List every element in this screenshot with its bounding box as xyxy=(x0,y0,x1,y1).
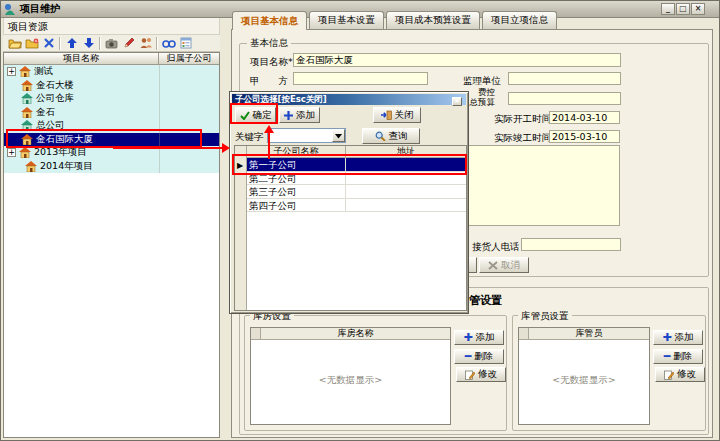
column-header-project-name[interactable]: 项目名称 xyxy=(4,53,159,64)
house-icon xyxy=(25,161,37,172)
project-name-label: 项目名称* xyxy=(250,56,293,69)
tab-project-basic-info[interactable]: 项目基本信息 xyxy=(232,11,307,30)
cancel-button[interactable]: 取消 xyxy=(479,257,529,273)
dialog-title: 子公司选择[按Esc关闭] xyxy=(235,94,327,104)
magnifier-icon xyxy=(375,131,386,141)
receiver-phone-input[interactable] xyxy=(521,238,621,251)
tree-item-jinshiguojidasha-selected[interactable]: 金石国际大厦 xyxy=(4,133,219,147)
party-a-input[interactable] xyxy=(293,72,428,85)
keeper-delete-button[interactable]: ━删除 xyxy=(653,349,703,364)
tree-item-jinshi[interactable]: 金石 xyxy=(4,106,219,120)
actual-end-label: 实际竣工时间 xyxy=(494,132,551,145)
keeper-empty-text: <无数据显示> xyxy=(519,374,649,387)
house-icon xyxy=(21,134,33,145)
subsidiary-select-dialog: 子公司选择[按Esc关闭] × 确定 添加 关闭 关键字 查询 xyxy=(229,91,469,314)
minimize-button[interactable]: _ xyxy=(661,3,675,15)
keeper-grid-header[interactable]: 库管员 xyxy=(529,328,649,339)
actual-end-input[interactable]: 2015-03-10 xyxy=(549,130,620,143)
window-title: 项目维护 xyxy=(20,2,60,16)
tree-item-2013-projects[interactable]: + 2013年项目 xyxy=(4,146,219,160)
warehouse-grid-header[interactable]: 库房名称 xyxy=(261,328,450,339)
app-window: 项目维护 _ □ × 项目资源 项目名称 归属子公司 + 测试 xyxy=(0,0,720,441)
close-button[interactable]: × xyxy=(691,3,705,15)
subsidiary-grid: 子公司名称 地址 ▶ 第一子公司 第二子公司 第三子公司 第四子公司 xyxy=(234,145,467,311)
tree-toolbar xyxy=(3,35,220,52)
tab-strip: 项目基本信息 项目基本设置 项目成本预算设置 项目立项信息 xyxy=(232,11,557,30)
keyword-label: 关键字 xyxy=(235,131,264,144)
warehouse-grid[interactable]: 库房名称 <无数据显示> xyxy=(250,327,451,425)
report-icon[interactable] xyxy=(177,36,194,51)
warehouse-delete-button[interactable]: ━删除 xyxy=(454,349,504,364)
toolbar-separator xyxy=(99,37,101,50)
tree-item-2014-projects[interactable]: 2014年项目 xyxy=(4,160,219,174)
expand-icon[interactable]: + xyxy=(7,148,16,157)
camera-icon[interactable] xyxy=(103,36,120,51)
warehouse-modify-button[interactable]: 修改 xyxy=(456,367,506,382)
warehouse-icon xyxy=(21,93,33,104)
column-header-address[interactable]: 地址 xyxy=(346,146,466,157)
subsidiary-row-2[interactable]: 第二子公司 xyxy=(247,172,466,186)
toolbar-separator xyxy=(59,37,61,50)
keeper-add-button[interactable]: ✚添加 xyxy=(653,330,703,345)
dialog-close-button[interactable]: 关闭 xyxy=(373,107,421,123)
tab-project-cost-budget-settings[interactable]: 项目成本预算设置 xyxy=(386,11,480,29)
check-icon xyxy=(240,111,250,120)
modify-icon xyxy=(664,370,674,380)
exit-door-icon xyxy=(381,110,392,120)
current-row-marker: ▶ xyxy=(237,161,243,170)
dialog-ok-button[interactable]: 确定 xyxy=(235,107,276,123)
column-header-subsidiary-name[interactable]: 子公司名称 xyxy=(247,146,346,157)
party-a-label: 甲 方 xyxy=(250,75,288,88)
toolbar-separator xyxy=(156,37,158,50)
tab-project-basic-settings[interactable]: 项目基本设置 xyxy=(309,11,384,29)
tree-item-ceshi[interactable]: + 测试 xyxy=(4,65,219,79)
maximize-button[interactable]: □ xyxy=(676,3,690,15)
expand-icon[interactable]: + xyxy=(7,67,16,76)
pen-icon[interactable] xyxy=(120,36,137,51)
keeper-grid[interactable]: 库管员 <无数据显示> xyxy=(518,327,650,425)
subsidiary-row-1[interactable]: 第一子公司 xyxy=(247,158,466,172)
budget-input[interactable] xyxy=(508,92,621,105)
modify-icon xyxy=(465,370,475,380)
dialog-add-button[interactable]: 添加 xyxy=(279,107,320,123)
keeper-modify-button[interactable]: 修改 xyxy=(655,367,705,382)
move-down-icon[interactable] xyxy=(80,36,97,51)
actual-start-input[interactable]: 2014-03-10 xyxy=(549,111,620,124)
subsidiary-row-3[interactable]: 第三子公司 xyxy=(247,185,466,199)
tree-item-gongsicangku[interactable]: 公司仓库 xyxy=(4,92,219,106)
dialog-close-icon[interactable]: × xyxy=(452,97,462,106)
warehouse-icon xyxy=(21,120,33,131)
keyword-combobox[interactable] xyxy=(267,128,346,143)
keeper-legend: 库管员设置 xyxy=(518,310,572,323)
open-folder-icon[interactable] xyxy=(6,36,23,51)
tree-header-row: 项目名称 归属子公司 xyxy=(4,53,219,65)
app-icon xyxy=(4,3,16,15)
chevron-down-icon[interactable] xyxy=(332,129,345,142)
row-marker-header xyxy=(519,328,529,339)
project-name-input[interactable]: 金石国际大厦 xyxy=(293,53,621,67)
delete-icon[interactable] xyxy=(40,36,57,51)
house-icon xyxy=(21,107,33,118)
warehouse-add-button[interactable]: ✚添加 xyxy=(454,330,504,345)
house-icon xyxy=(19,66,31,77)
warehouse-empty-text: <无数据显示> xyxy=(251,374,450,387)
edit-folder-icon[interactable] xyxy=(23,36,40,51)
receiver-phone-label: 接货人电话 xyxy=(472,241,520,254)
column-header-company[interactable]: 归属子公司 xyxy=(159,53,219,64)
dialog-search-button[interactable]: 查询 xyxy=(362,128,420,144)
row-marker-column xyxy=(235,146,247,310)
subsidiary-row-4[interactable]: 第四子公司 xyxy=(247,199,466,213)
find-icon[interactable] xyxy=(160,36,177,51)
move-up-icon[interactable] xyxy=(63,36,80,51)
tab-project-approval-info[interactable]: 项目立项信息 xyxy=(482,11,557,29)
tree-item-jinshidalou[interactable]: 金石大楼 xyxy=(4,79,219,93)
house-icon xyxy=(19,147,31,158)
users-icon[interactable] xyxy=(137,36,154,51)
house-icon xyxy=(21,80,33,91)
subsidiary-grid-header: 子公司名称 地址 xyxy=(247,146,466,158)
dialog-title-bar[interactable]: 子公司选择[按Esc关闭] × xyxy=(232,94,466,105)
plus-icon xyxy=(284,111,293,120)
supervisor-input[interactable] xyxy=(508,72,621,85)
tree-item-zonggongsi[interactable]: 总公司 xyxy=(4,119,219,133)
cancel-x-icon xyxy=(488,261,498,270)
